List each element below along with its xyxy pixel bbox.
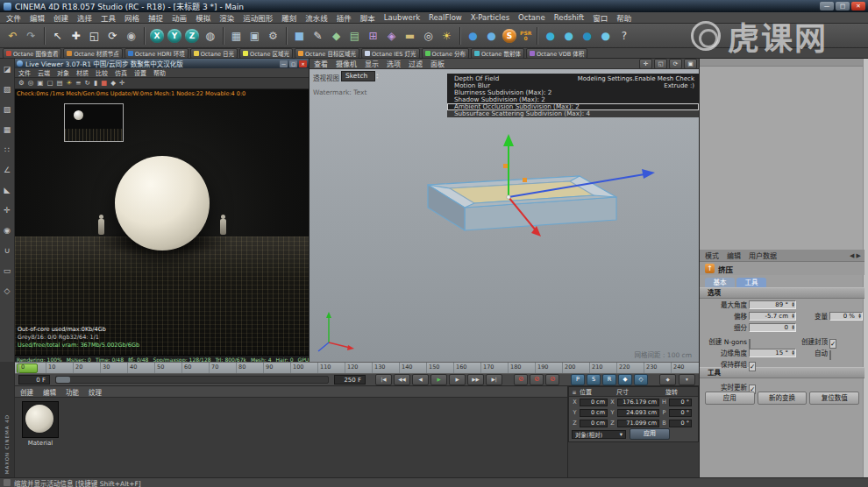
- subdivision-surface-icon[interactable]: ◆: [327, 26, 345, 45]
- pan-view-icon[interactable]: ✛: [639, 59, 652, 69]
- record-keyframe-button[interactable]: ⊘: [514, 374, 528, 385]
- offset-field[interactable]: -5.7 cm▲▼: [749, 312, 796, 321]
- lv-minimize-button[interactable]: —: [280, 60, 288, 67]
- octane-daylight-button[interactable]: Octane 日光: [190, 48, 238, 59]
- octane-target-area-light-button[interactable]: Octane 目标区域光: [295, 48, 359, 59]
- enable-axis-icon[interactable]: ✛: [2, 205, 13, 216]
- goto-start-button[interactable]: |◀: [375, 374, 392, 385]
- lv-region-render-icon[interactable]: ▣: [37, 79, 43, 88]
- lv-menu-item[interactable]: 云端: [38, 68, 50, 77]
- lv-menu-item[interactable]: 比较: [96, 68, 108, 77]
- material-menu-item[interactable]: 纹理: [89, 387, 102, 397]
- menu-item[interactable]: 工具: [96, 12, 120, 23]
- menu-item[interactable]: 窗口: [588, 12, 612, 23]
- edges-mode-icon[interactable]: ∠: [2, 165, 13, 176]
- end-frame-field[interactable]: 250 F: [334, 375, 366, 385]
- menu-item[interactable]: Laubwerk: [380, 13, 424, 22]
- lv-menu-item[interactable]: 文件: [18, 68, 31, 77]
- menu-item[interactable]: 模拟: [191, 12, 215, 23]
- lv-pause-icon[interactable]: ▮: [94, 79, 97, 88]
- live-selection-icon[interactable]: ↖: [48, 26, 67, 45]
- minimize-button[interactable]: —: [820, 2, 834, 11]
- offset-variance-field[interactable]: 0 %▲▼: [829, 312, 863, 321]
- current-frame-field[interactable]: 0 F: [18, 375, 50, 385]
- help-icon[interactable]: ?: [615, 26, 633, 45]
- prev-key-button[interactable]: ◀◀: [394, 374, 410, 385]
- subdivision-field[interactable]: 0▲▼: [749, 323, 796, 332]
- primitive-cube-icon[interactable]: ■: [290, 26, 309, 45]
- octane-scatter-button[interactable]: Octane 分布: [422, 48, 469, 59]
- lv-settings-icon[interactable]: ⚙: [18, 79, 25, 88]
- lv-resolution-lock-icon[interactable]: ▢: [46, 79, 53, 88]
- size-field[interactable]: 71.099 cm: [617, 420, 659, 427]
- lv-sun-icon[interactable]: ☀: [67, 79, 73, 88]
- lv-close-button[interactable]: ✕: [299, 60, 307, 67]
- position-field[interactable]: 0 cm: [580, 399, 608, 406]
- viewport-menu-item[interactable]: 显示: [365, 59, 379, 68]
- viewport-menu-item[interactable]: 过滤: [409, 59, 423, 68]
- lv-menu-item[interactable]: 帮助: [153, 68, 166, 77]
- plugin-ball-4-icon[interactable]: ●: [596, 26, 615, 45]
- create-ngons-checkbox[interactable]: [749, 339, 751, 349]
- lv-menu-item[interactable]: 材质: [76, 68, 89, 77]
- options-section-header[interactable]: 选项: [700, 287, 864, 299]
- lock-y-axis-icon[interactable]: Y: [167, 29, 181, 43]
- edge-angle-auto-checkbox[interactable]: [829, 350, 831, 360]
- timeline-options-button[interactable]: ▾: [679, 374, 695, 385]
- apply-button[interactable]: 应用: [705, 392, 755, 405]
- edge-angle-field[interactable]: 15 °▲▼: [749, 349, 796, 357]
- material-menu-item[interactable]: 功能: [66, 387, 79, 397]
- last-tool-icon[interactable]: ◉: [122, 26, 140, 45]
- menu-item[interactable]: 动画: [167, 12, 191, 23]
- menu-item[interactable]: 捕捉: [144, 12, 167, 23]
- viewport-menu-item[interactable]: 摄像机: [336, 59, 357, 68]
- octane-vdb-volume-button[interactable]: Octane VDB 体积: [526, 48, 587, 59]
- lv-refresh-icon[interactable]: ↻: [85, 79, 90, 88]
- menu-item[interactable]: Octane: [514, 13, 550, 22]
- menu-item[interactable]: 雕刻: [277, 12, 301, 23]
- live-viewer-render-area[interactable]: Check:0ms /1ms Mesh/Gen:0ms Update/W:0ms…: [15, 89, 309, 363]
- position-field[interactable]: 0 cm: [580, 420, 608, 427]
- mograph-icon[interactable]: ⊞: [364, 26, 382, 45]
- lv-film-settings-icon[interactable]: ▤: [56, 79, 62, 88]
- spline-pen-icon[interactable]: ✎: [309, 26, 327, 45]
- coordinate-mode-dropdown[interactable]: 对象(相对)▾: [572, 430, 626, 439]
- lock-z-axis-icon[interactable]: Z: [185, 29, 199, 43]
- tab-tool[interactable]: 工具: [736, 278, 766, 287]
- menu-item[interactable]: 流水线: [301, 12, 332, 23]
- lv-pick-material-icon[interactable]: ◆: [110, 79, 116, 88]
- menu-item[interactable]: RealFlow: [424, 13, 466, 22]
- size-field[interactable]: 176.179 cm: [617, 399, 659, 406]
- record-rotation-toggle[interactable]: R: [602, 374, 616, 385]
- timeline-ruler[interactable]: 0102030405060708090100110120130140150160…: [15, 362, 699, 374]
- render-picture-viewer-icon[interactable]: ▣: [245, 26, 264, 45]
- polygons-mode-icon[interactable]: ◣: [2, 185, 13, 196]
- coordinate-menu-icon[interactable]: ≡: [569, 389, 580, 395]
- close-button[interactable]: ✕: [851, 2, 865, 11]
- rotation-field[interactable]: 0 °: [669, 420, 692, 427]
- make-editable-icon[interactable]: ◪: [2, 64, 13, 75]
- size-field[interactable]: 24.093 cm: [617, 409, 659, 417]
- plugin-ball-2-icon[interactable]: ●: [559, 26, 578, 45]
- position-field[interactable]: 0 cm: [580, 409, 608, 417]
- octane-scatter-volume-button[interactable]: Octane 散射体: [471, 48, 524, 59]
- record-scale-toggle[interactable]: S: [587, 374, 601, 385]
- next-frame-button[interactable]: ▶: [449, 374, 466, 385]
- octane-image-viewer-button[interactable]: Octane 图像查看: [3, 48, 61, 59]
- lv-menu-item[interactable]: 仿真: [115, 68, 127, 77]
- menu-item[interactable]: 脚本: [356, 12, 380, 23]
- lock-x-axis-icon[interactable]: X: [150, 29, 164, 43]
- timeline-slider-handle[interactable]: [56, 377, 70, 383]
- camera-icon[interactable]: ◎: [419, 26, 438, 45]
- redo-icon[interactable]: ↷: [22, 26, 40, 45]
- menu-item[interactable]: 选择: [73, 12, 96, 23]
- octane-area-light-button[interactable]: Octane 区域光: [239, 48, 293, 59]
- autokey-button[interactable]: ⊘: [530, 374, 544, 385]
- texture-mode-icon[interactable]: ▨: [2, 104, 13, 116]
- lv-camera-icon[interactable]: ◎: [28, 79, 34, 88]
- material-menu-item[interactable]: 编辑: [43, 387, 56, 397]
- rotate-view-icon[interactable]: ⟳: [669, 59, 682, 69]
- coordinate-apply-button[interactable]: 应用: [630, 428, 670, 440]
- max-angle-field[interactable]: 89 °▲▼: [749, 300, 796, 309]
- undo-icon[interactable]: ↶: [4, 26, 22, 45]
